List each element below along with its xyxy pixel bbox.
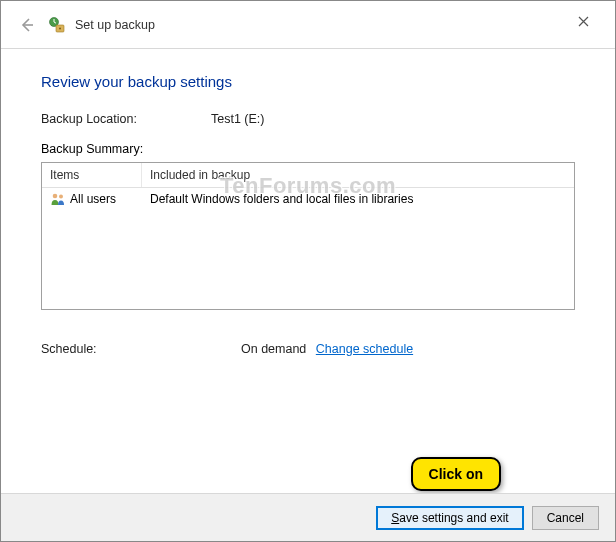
svg-point-3 [53, 194, 58, 199]
row-included-text: Default Windows folders and local files … [142, 188, 574, 210]
window-title: Set up backup [75, 18, 155, 32]
schedule-label: Schedule: [41, 342, 241, 356]
table-header: Items Included in backup [42, 163, 574, 188]
row-items-text: All users [70, 192, 116, 206]
back-arrow-icon[interactable] [15, 13, 39, 37]
schedule-value: On demand Change schedule [241, 342, 575, 356]
footer-button-bar: Save settings and exit Cancel [1, 493, 615, 541]
cancel-button[interactable]: Cancel [532, 506, 599, 530]
column-header-included[interactable]: Included in backup [142, 163, 574, 187]
titlebar: Set up backup [1, 1, 615, 49]
annotation-callout: Click on [411, 457, 501, 491]
close-button[interactable] [563, 7, 603, 35]
table-row[interactable]: All users Default Windows folders and lo… [42, 188, 574, 210]
schedule-row: Schedule: On demand Change schedule [41, 342, 575, 356]
column-header-items[interactable]: Items [42, 163, 142, 187]
backup-summary-table: Items Included in backup All users Defau… [41, 162, 575, 310]
users-icon [50, 192, 66, 206]
change-schedule-link[interactable]: Change schedule [316, 342, 413, 356]
svg-point-2 [59, 27, 61, 29]
backup-wizard-icon [47, 15, 67, 35]
page-heading: Review your backup settings [41, 73, 575, 90]
backup-summary-label: Backup Summary: [41, 142, 575, 156]
backup-location-label: Backup Location: [41, 112, 211, 126]
save-settings-button[interactable]: Save settings and exit [376, 506, 523, 530]
backup-location-row: Backup Location: Test1 (E:) [41, 112, 575, 126]
svg-point-4 [59, 195, 63, 199]
schedule-value-text: On demand [241, 342, 306, 356]
backup-location-value: Test1 (E:) [211, 112, 575, 126]
content-area: Review your backup settings Backup Locat… [1, 49, 615, 356]
